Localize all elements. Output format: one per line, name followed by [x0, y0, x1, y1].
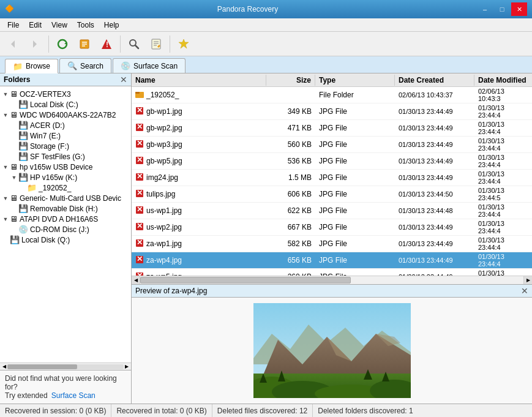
col-header-size[interactable]: Size: [266, 75, 315, 86]
col-header-name[interactable]: Name: [132, 75, 266, 86]
svg-line-10: [135, 45, 138, 48]
tree-expand-icon: ▼: [1, 216, 10, 222]
tree-item-generic-usb[interactable]: ▼ 🖥 Generic- Multi-Card USB Devic: [0, 193, 131, 203]
hscroll-thumb: [140, 277, 351, 284]
recover-button[interactable]: [173, 34, 194, 54]
file-cell-date-modified: 01/30/13 23:44:4: [474, 153, 532, 169]
col-header-type[interactable]: Type: [315, 75, 395, 86]
status-recovered-total: Recovered in total: 0 (0 KB): [111, 404, 212, 417]
file-icon: ✕: [135, 140, 144, 150]
tree-expand-icon: ▼: [1, 91, 10, 97]
tree-item-hp-k[interactable]: ▼ 💾 HP v165w (K:): [0, 172, 131, 182]
sidebar-header: Folders ✕: [0, 73, 131, 86]
hscroll-left-btn[interactable]: ◀: [132, 276, 140, 285]
file-row[interactable]: ✕ us-wp2.jpg 667 KB JPG File 01/30/13 23…: [132, 219, 532, 236]
tab-browse[interactable]: 📁 Browse: [5, 59, 58, 73]
surface-scan-link[interactable]: Surface Scan: [51, 391, 96, 400]
surface-scan-tab-icon: 💿: [121, 61, 130, 70]
scroll-thumb: [7, 364, 77, 369]
tree-item-sf-g[interactable]: 💾 SF TestFiles (G:): [0, 151, 131, 162]
tree-node-label: ACER (D:): [30, 121, 65, 130]
svg-text:✕: ✕: [137, 255, 143, 263]
tree-item-storage-f[interactable]: 💾 Storage (F:): [0, 141, 131, 151]
tree-node-icon: 💾: [18, 141, 28, 151]
file-name: us-wp2.jpg: [146, 223, 182, 231]
file-list-container: Name Size Type Date Created Date Modifie…: [132, 73, 532, 284]
tree-item-hp-folder[interactable]: 📁 _192052_: [0, 182, 131, 193]
tree-item-win7-e[interactable]: 💾 Win7 (E:): [0, 130, 131, 141]
search-tab-icon: 🔍: [67, 61, 77, 70]
tab-search[interactable]: 🔍 Search: [59, 58, 111, 73]
minimize-button[interactable]: –: [477, 2, 493, 16]
close-button[interactable]: ✕: [511, 2, 527, 16]
tree-item-ocz[interactable]: ▼ 🖥 OCZ-VERTEX3: [0, 89, 131, 99]
menu-edit[interactable]: Edit: [24, 18, 47, 31]
menu-view[interactable]: View: [47, 18, 72, 31]
status-deleted-folders: Deleted folders discovered: 1: [313, 404, 418, 417]
file-row[interactable]: ✕ tulips.jpg 606 KB JPG File 01/30/13 23…: [132, 186, 532, 203]
tree-item-local-q[interactable]: 💾 Local Disk (Q:): [0, 235, 131, 245]
file-row[interactable]: ✕ za-wp5.jpg 360 KB JPG File 01/30/13 23…: [132, 269, 532, 276]
file-row[interactable]: ✕ gb-wp3.jpg 560 KB JPG File 01/30/13 23…: [132, 137, 532, 153]
search-tool-button[interactable]: [124, 34, 144, 54]
hscroll-track: [140, 276, 523, 284]
file-row[interactable]: ✕ gb-wp2.jpg 471 KB JPG File 01/30/13 23…: [132, 120, 532, 137]
search-tab-label: Search: [80, 62, 103, 70]
tree-node-label: hp v165w USB Device: [20, 163, 92, 171]
scroll-track: [7, 364, 124, 369]
status-bar: Recovered in session: 0 (0 KB) Recovered…: [0, 404, 532, 417]
tree-item-atapi-dvd[interactable]: ▼ 🖥 ATAPI DVD A DH16A6S: [0, 214, 131, 224]
preview-content: [132, 298, 532, 404]
tree-node-icon: 🖥: [10, 193, 18, 203]
file-row[interactable]: ✕ us-wp1.jpg 622 KB JPG File 01/30/13 23…: [132, 203, 532, 219]
file-cell-date-created: 01/30/13 23:44:48: [395, 206, 474, 215]
tree-node-label: Generic- Multi-Card USB Devic: [20, 194, 121, 203]
app-icon: 🔶: [5, 4, 15, 14]
file-name: _192052_: [146, 91, 179, 99]
file-row[interactable]: ✕ gb-wp5.jpg 536 KB JPG File 01/30/13 23…: [132, 153, 532, 170]
tree-item-local-c[interactable]: 💾 Local Disk (C:): [0, 99, 131, 110]
sidebar-hscroll[interactable]: ◀ ▶: [0, 363, 131, 370]
tree-node-icon: 🖥: [10, 110, 18, 119]
file-cell-date-created: 01/30/13 23:44:49: [395, 124, 474, 132]
tree-node-label: CD-ROM Disc (J:): [30, 225, 89, 234]
tree-item-wdc[interactable]: ▼ 🖥 WDC WD6400AAKS-22A7B2: [0, 110, 131, 120]
file-cell-name: ✕ img24.jpg: [132, 172, 266, 184]
tree-item-cdrom-j[interactable]: 💿 CD-ROM Disc (J:): [0, 224, 131, 235]
tree-node-icon: 💿: [18, 225, 28, 234]
menu-tools[interactable]: Tools: [72, 18, 99, 31]
file-cell-size: 622 KB: [266, 206, 315, 216]
menu-help[interactable]: Help: [99, 18, 124, 31]
tree-item-hp-usb[interactable]: ▼ 🖥 hp v165w USB Device: [0, 162, 131, 172]
notes-button[interactable]: [146, 34, 167, 54]
file-name: gb-wp5.jpg: [146, 157, 182, 165]
forward-button[interactable]: [24, 34, 45, 54]
file-row[interactable]: ✕ img24.jpg 1.5 MB JPG File 01/30/13 23:…: [132, 170, 532, 186]
file-row[interactable]: ✕ za-wp1.jpg 582 KB JPG File 01/30/13 23…: [132, 236, 532, 252]
window-controls: – □ ✕: [477, 2, 527, 16]
col-header-date-created[interactable]: Date Created: [395, 75, 474, 86]
file-row[interactable]: _192052_ File Folder 02/06/13 10:43:37 0…: [132, 87, 532, 103]
svg-text:✕: ✕: [137, 222, 143, 230]
back-button[interactable]: [2, 34, 23, 54]
sidebar-close-button[interactable]: ✕: [120, 75, 127, 84]
edit-button[interactable]: [74, 34, 95, 54]
refresh-button[interactable]: [52, 34, 73, 54]
maximize-button[interactable]: □: [494, 2, 510, 16]
scroll-left-btn[interactable]: ◀: [1, 364, 7, 369]
scroll-right-btn[interactable]: ▶: [124, 364, 130, 369]
preview-close-button[interactable]: ✕: [521, 286, 528, 296]
hscroll-right-btn[interactable]: ▶: [523, 276, 532, 285]
tree-node-label: Local Disk (C:): [30, 100, 78, 109]
menu-file[interactable]: File: [2, 18, 24, 31]
file-row[interactable]: ✕ za-wp4.jpg 656 KB JPG File 01/30/13 23…: [132, 252, 532, 269]
tree-item-removable-h[interactable]: 💾 Removable Disk (H:): [0, 203, 131, 214]
tree-item-acer-d[interactable]: 💾 ACER (D:): [0, 120, 131, 130]
col-header-date-modified[interactable]: Date Modified: [474, 75, 532, 86]
tab-surface-scan[interactable]: 💿 Surface Scan: [113, 58, 185, 73]
file-row[interactable]: ✕ gb-wp1.jpg 349 KB JPG File 01/30/13 23…: [132, 103, 532, 120]
file-cell-date-modified: 01/30/13 23:44:4: [474, 203, 532, 219]
tree-node-label: _192052_: [39, 184, 71, 192]
delete-button[interactable]: !: [96, 34, 117, 54]
file-name: img24.jpg: [146, 173, 178, 182]
